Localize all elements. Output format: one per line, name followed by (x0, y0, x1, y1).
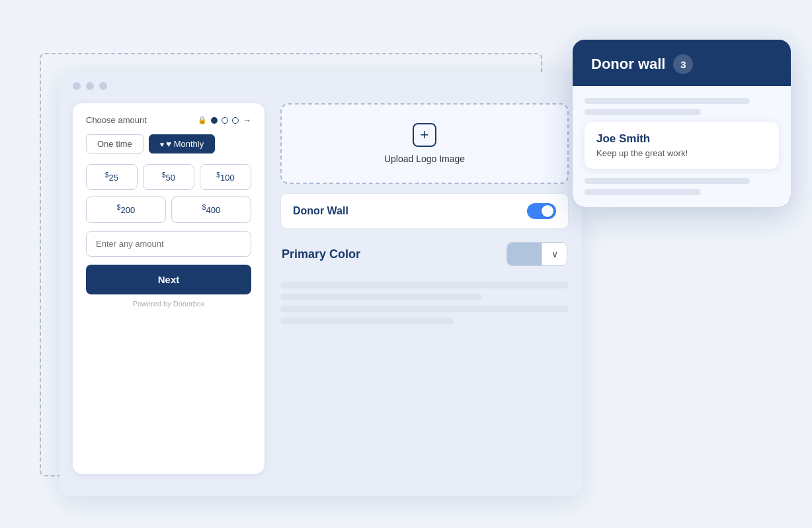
primary-color-label: Primary Color (282, 247, 360, 261)
frequency-toggle-row: One time ♥ Monthly (86, 134, 251, 154)
primary-color-row: Primary Color ∨ (280, 238, 569, 270)
dw-skeleton-1 (585, 98, 750, 104)
donation-panel: Choose amount 🔒 → One time ♥ Monthly $25… (73, 103, 264, 474)
upload-plus-icon: + (413, 123, 436, 147)
browser-content: Choose amount 🔒 → One time ♥ Monthly $25… (60, 97, 582, 487)
browser-window: Choose amount 🔒 → One time ♥ Monthly $25… (60, 73, 582, 496)
color-swatch[interactable] (507, 243, 542, 265)
donor-wall-setting-label: Donor Wall (293, 205, 348, 217)
skeleton-line-4 (280, 318, 454, 324)
donor-wall-card-header: Donor wall 3 (573, 40, 791, 86)
dw-top-skeleton (585, 98, 779, 115)
amount-200[interactable]: $200 (86, 197, 166, 222)
dot-filled (211, 117, 218, 124)
skeleton-line-2 (280, 294, 482, 300)
dw-bottom-skeleton (585, 178, 779, 195)
skeleton-line-1 (280, 282, 569, 288)
donor-count-badge: 3 (673, 54, 693, 74)
upload-logo-box[interactable]: + Upload Logo Image (280, 103, 569, 184)
upload-logo-label: Upload Logo Image (384, 154, 465, 164)
donor-wall-toggle[interactable] (527, 203, 556, 219)
dot-empty-2 (232, 117, 239, 124)
amount-100[interactable]: $100 (200, 164, 251, 190)
choose-amount-label: Choose amount (86, 115, 147, 125)
custom-amount-input[interactable] (86, 231, 251, 257)
donor-wall-card: Donor wall 3 Joe Smith Keep up the great… (573, 40, 791, 207)
browser-dot-2 (86, 82, 94, 90)
arrow-right-icon: → (243, 115, 251, 125)
amount-grid-top: $25 $50 $100 (86, 164, 251, 190)
lock-icon: 🔒 (198, 116, 207, 124)
one-time-tab[interactable]: One time (86, 134, 143, 154)
dw-skeleton-2 (585, 109, 701, 115)
next-button[interactable]: Next (86, 265, 251, 294)
donor-name: Joe Smith (596, 132, 767, 146)
dw-skeleton-4 (585, 189, 701, 195)
browser-dot-1 (73, 82, 81, 90)
skeleton-line-3 (280, 306, 569, 312)
amount-50[interactable]: $50 (143, 164, 194, 190)
dot-empty-1 (222, 117, 228, 124)
amount-25[interactable]: $25 (86, 164, 138, 190)
amount-400[interactable]: $400 (171, 197, 251, 222)
color-picker[interactable]: ∨ (507, 242, 567, 266)
monthly-tab[interactable]: ♥ Monthly (149, 134, 215, 154)
header-icons: 🔒 → (198, 115, 251, 125)
amount-grid-bottom: $200 $400 (86, 197, 251, 222)
browser-titlebar (60, 73, 582, 97)
donor-wall-card-title: Donor wall (591, 56, 665, 73)
donor-message: Keep up the great work! (596, 148, 767, 158)
skeleton-lines (280, 282, 569, 324)
browser-dot-3 (99, 82, 107, 90)
settings-panel: + Upload Logo Image Donor Wall Primary C… (264, 103, 569, 474)
chevron-down-icon[interactable]: ∨ (542, 243, 567, 265)
donor-wall-row: Donor Wall (280, 193, 569, 229)
dw-skeleton-3 (585, 178, 750, 184)
donor-wall-card-body: Joe Smith Keep up the great work! (573, 86, 791, 207)
choose-amount-header: Choose amount 🔒 → (86, 115, 251, 125)
donor-card: Joe Smith Keep up the great work! (585, 122, 779, 169)
powered-by: Powered by Donorbox (86, 300, 251, 308)
